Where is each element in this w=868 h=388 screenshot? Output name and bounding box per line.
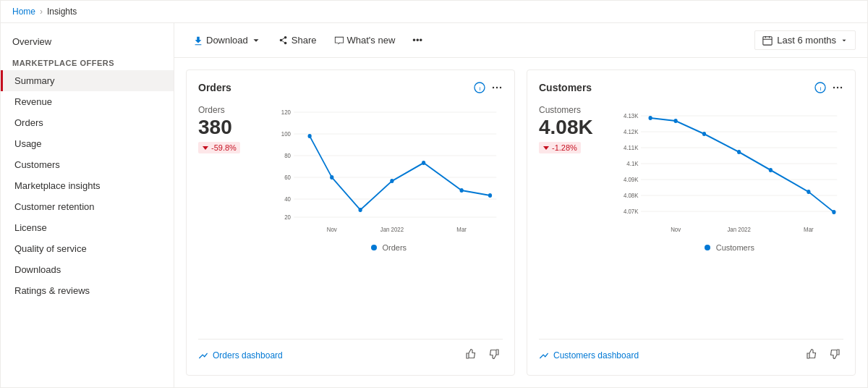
svg-point-31 (837, 87, 838, 88)
orders-thumbup-button[interactable] (462, 347, 480, 363)
svg-point-54 (769, 168, 773, 172)
customers-card-title: Customers (539, 82, 592, 93)
app-container: Home › Insights Overview Marketplace off… (0, 0, 868, 388)
orders-stats: Orders 380 -59.8% (198, 105, 263, 330)
orders-dashboard-link[interactable]: Orders dashboard (198, 350, 283, 360)
toolbar: Download Share What's new ••• (174, 23, 867, 58)
customers-metric-label: Customers (539, 105, 604, 115)
customers-metric-value: 4.08K (539, 117, 604, 139)
customers-legend-dot (705, 245, 710, 250)
date-chevron-icon (841, 37, 848, 44)
sidebar-item-customer-retention[interactable]: Customer retention (1, 196, 174, 217)
svg-point-55 (807, 190, 810, 194)
customers-chart-svg: 4.13K 4.12K 4.11K 4.1K 4.09K 4.08K 4.07K… (616, 105, 843, 235)
sidebar-item-customers[interactable]: Customers (1, 154, 174, 175)
svg-text:60: 60 (284, 173, 291, 181)
orders-chart-svg: 120 100 80 60 40 20 Nov Jan 2022 Mar (275, 105, 503, 235)
orders-feedback (462, 347, 503, 363)
breadcrumb-separator: › (40, 7, 43, 17)
svg-point-56 (832, 210, 835, 214)
svg-text:4.1K: 4.1K (626, 159, 639, 167)
chevron-down-icon (251, 35, 261, 46)
customers-metric-change: -1.28% (539, 142, 581, 153)
whats-new-button[interactable]: What's new (327, 31, 403, 49)
customers-thumbup-button[interactable] (803, 347, 820, 363)
customers-legend-label: Customers (716, 243, 754, 252)
sidebar-item-ratings-reviews[interactable]: Ratings & reviews (1, 280, 174, 301)
sidebar-item-orders[interactable]: Orders (1, 112, 174, 133)
thumbup-icon (465, 348, 477, 360)
customers-thumbdown-button[interactable] (826, 347, 843, 363)
more-button[interactable]: ••• (405, 31, 430, 49)
share-icon (278, 35, 289, 46)
svg-text:40: 40 (284, 195, 291, 203)
customers-stats: Customers 4.08K -1.28% (539, 105, 604, 330)
customers-dashboard-link[interactable]: Customers dashboard (539, 350, 639, 360)
more-dots-icon: ••• (412, 35, 422, 46)
svg-text:20: 20 (284, 213, 291, 221)
svg-point-24 (390, 179, 393, 183)
sidebar-item-revenue[interactable]: Revenue (1, 91, 174, 112)
share-button[interactable]: Share (271, 31, 324, 49)
sidebar-item-usage[interactable]: Usage (1, 133, 174, 154)
orders-change-icon (202, 144, 209, 151)
sidebar-section-label: Marketplace offers (1, 51, 174, 70)
sidebar-item-downloads[interactable]: Downloads (1, 259, 174, 280)
svg-point-5 (500, 87, 501, 88)
calendar-icon (762, 35, 773, 46)
download-button[interactable]: Download (186, 31, 268, 49)
svg-text:4.11K: 4.11K (624, 143, 639, 151)
breadcrumb-home[interactable]: Home (12, 7, 35, 17)
sidebar-item-quality-of-service[interactable]: Quality of service (1, 238, 174, 259)
sidebar-item-overview[interactable]: Overview (1, 32, 174, 51)
main-layout: Overview Marketplace offers Summary Reve… (1, 23, 867, 387)
svg-text:4.07K: 4.07K (624, 207, 639, 215)
svg-text:i: i (480, 85, 481, 92)
sidebar-item-summary[interactable]: Summary (1, 70, 174, 91)
orders-info-icon[interactable]: i (474, 82, 485, 93)
customers-card-header: Customers i (539, 82, 843, 93)
svg-point-26 (460, 188, 464, 193)
svg-text:Mar: Mar (456, 225, 467, 233)
orders-legend-dot (371, 245, 377, 250)
orders-more-icon[interactable] (491, 82, 503, 93)
orders-dashboard-label: Orders dashboard (213, 350, 283, 360)
svg-point-30 (833, 87, 835, 88)
download-label: Download (206, 35, 248, 46)
date-range-button[interactable]: Last 6 months (754, 30, 856, 50)
svg-text:4.09K: 4.09K (624, 175, 639, 183)
whats-new-icon (334, 35, 344, 46)
customers-card-footer: Customers dashboard (539, 339, 843, 363)
svg-text:4.08K: 4.08K (624, 191, 639, 199)
whats-new-label: What's new (347, 35, 396, 46)
orders-trending-icon (198, 350, 208, 360)
customers-thumbup-icon (806, 348, 817, 360)
share-label: Share (292, 35, 317, 46)
customers-change-icon (542, 144, 550, 151)
svg-text:Jan 2022: Jan 2022 (380, 225, 404, 233)
sidebar: Overview Marketplace offers Summary Reve… (1, 23, 174, 387)
customers-dashboard-label: Customers dashboard (553, 350, 639, 360)
orders-metric-value: 380 (198, 117, 263, 139)
content-area: Download Share What's new ••• (174, 23, 867, 387)
customers-card: Customers i Customers 4.08K -1.28% (527, 69, 856, 376)
customers-chart-legend: Customers (616, 242, 843, 253)
customers-more-icon[interactable] (832, 82, 843, 93)
customers-card-actions: i (814, 82, 843, 93)
customers-info-icon[interactable]: i (814, 82, 826, 93)
svg-point-53 (737, 150, 741, 154)
orders-chart: 120 100 80 60 40 20 Nov Jan 2022 Mar (275, 105, 503, 330)
sidebar-item-license[interactable]: License (1, 217, 174, 238)
orders-card-actions: i (474, 82, 503, 93)
svg-text:Nov: Nov (671, 225, 681, 233)
svg-point-23 (359, 208, 362, 212)
orders-thumbdown-button[interactable] (485, 347, 503, 363)
sidebar-item-marketplace-insights[interactable]: Marketplace insights (1, 175, 174, 196)
orders-card-body: Orders 380 -59.8% (198, 105, 503, 330)
svg-text:100: 100 (281, 130, 291, 138)
customers-feedback (803, 347, 843, 363)
cards-grid: Orders i Orders 380 -59.8% (174, 58, 867, 387)
svg-text:4.13K: 4.13K (624, 111, 639, 119)
svg-point-22 (330, 175, 333, 180)
orders-metric-label: Orders (198, 105, 263, 115)
